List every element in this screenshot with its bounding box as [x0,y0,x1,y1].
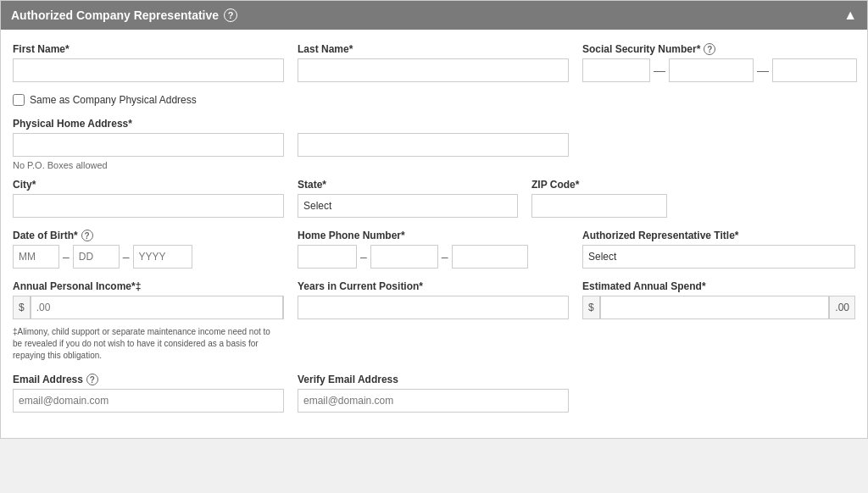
phone-dash-1: – [360,250,367,263]
address1-input[interactable] [13,133,284,157]
physical-address-label: Physical Home Address* [13,118,284,130]
address2-label [298,118,569,130]
ssn-dash-1: — [654,64,665,77]
address2-input[interactable] [298,133,569,157]
dob-group: Date of Birth* ? – – [13,230,284,269]
phone-part3-input[interactable] [452,245,528,269]
first-name-group: First Name* [13,43,284,82]
years-input[interactable] [298,296,569,319]
dob-inputs: – – [13,245,284,269]
same-address-checkbox[interactable] [13,94,25,106]
spend-input-group: $ .00 [582,296,855,319]
spend-group: Estimated Annual Spend* $ .00 [582,280,855,319]
name-ssn-row: First Name* Last Name* Social Security N… [13,43,855,82]
no-po-note: No P.O. Boxes allowed [13,160,855,170]
dob-label: Date of Birth* ? [13,230,284,241]
city-state-zip-row: City* State* SelectALAKAZARCACOCTDEFLGAH… [13,179,855,218]
phone-group: Home Phone Number* – – [298,230,569,269]
dob-help-icon[interactable]: ? [81,230,93,241]
income-label: Annual Personal Income*‡ [13,280,284,292]
dob-phone-title-row: Date of Birth* ? – – Home Phone Number* … [13,230,855,269]
verify-email-input[interactable] [298,389,569,413]
dob-dd-input[interactable] [73,245,120,269]
income-prefix: $ [14,296,31,319]
panel-help-icon[interactable]: ? [224,8,237,22]
income-input-group: $ [13,296,284,319]
state-label: State* [298,179,518,191]
ssn-dash-2: — [757,64,769,77]
email-group: Email Address ? [13,374,284,413]
dob-dash-2: – [123,250,130,263]
last-name-input[interactable] [298,58,569,82]
zip-input[interactable] [531,194,667,218]
authorized-company-representative-panel: Authorized Company Representative ? ▲ Fi… [0,0,868,439]
spend-input[interactable] [600,296,830,319]
spend-suffix: .00 [829,296,854,319]
first-name-input[interactable] [13,58,284,82]
verify-email-label: Verify Email Address [298,374,569,385]
dob-mm-input[interactable] [13,245,59,269]
collapse-icon[interactable]: ▲ [843,8,857,23]
address2-group [298,118,569,157]
ssn-inputs: — — [582,58,857,82]
title-group: Authorized Representative Title* SelectC… [582,230,855,269]
phone-dash-2: – [442,250,448,263]
city-label: City* [13,179,284,191]
years-label: Years in Current Position* [298,280,569,292]
ssn-part1-input[interactable] [582,58,650,82]
same-address-row: Same as Company Physical Address [13,94,855,106]
income-group: Annual Personal Income*‡ $ ‡Alimony, chi… [13,280,284,362]
same-address-label[interactable]: Same as Company Physical Address [30,94,197,106]
last-name-label: Last Name* [298,43,569,55]
address-group: Physical Home Address* [13,118,284,157]
last-name-group: Last Name* [298,43,569,82]
email-input[interactable] [13,389,284,413]
ssn-help-icon[interactable]: ? [704,43,715,55]
state-group: State* SelectALAKAZARCACOCTDEFLGAHIIDILI… [298,179,518,218]
income-input[interactable] [31,296,283,319]
state-select[interactable]: SelectALAKAZARCACOCTDEFLGAHIIDILINIAKSKY… [298,194,518,218]
email-label: Email Address ? [13,374,284,385]
header-left: Authorized Company Representative ? [11,8,237,22]
zip-group: ZIP Code* [531,179,667,218]
dob-yyyy-input[interactable] [133,245,192,269]
alimony-note: ‡Alimony, child support or separate main… [13,326,275,362]
verify-email-group: Verify Email Address [298,374,569,413]
address-row: Physical Home Address* [13,118,855,157]
income-years-spend-row: Annual Personal Income*‡ $ ‡Alimony, chi… [13,280,855,362]
phone-part1-input[interactable] [298,245,357,269]
first-name-label: First Name* [13,43,284,55]
ssn-group: Social Security Number* ? — — [582,43,857,82]
spend-label: Estimated Annual Spend* [582,280,855,292]
city-input[interactable] [13,194,284,218]
spend-prefix: $ [583,296,600,319]
panel-header: Authorized Company Representative ? ▲ [1,1,867,30]
ssn-part2-input[interactable] [669,58,754,82]
ssn-label: Social Security Number* ? [582,43,857,55]
panel-title: Authorized Company Representative [11,8,219,22]
phone-label: Home Phone Number* [298,230,569,241]
city-group: City* [13,179,284,218]
years-group: Years in Current Position* [298,280,569,319]
email-help-icon[interactable]: ? [86,374,98,385]
title-select[interactable]: SelectCEOCFOCOOPresidentVice PresidentDi… [582,245,855,269]
title-label: Authorized Representative Title* [582,230,855,241]
phone-inputs: – – [298,245,569,269]
email-row: Email Address ? Verify Email Address [13,374,855,413]
ssn-part3-input[interactable] [772,58,857,82]
zip-label: ZIP Code* [531,179,667,191]
dob-dash-1: – [63,250,70,263]
panel-body: First Name* Last Name* Social Security N… [1,30,867,438]
phone-part2-input[interactable] [370,245,438,269]
